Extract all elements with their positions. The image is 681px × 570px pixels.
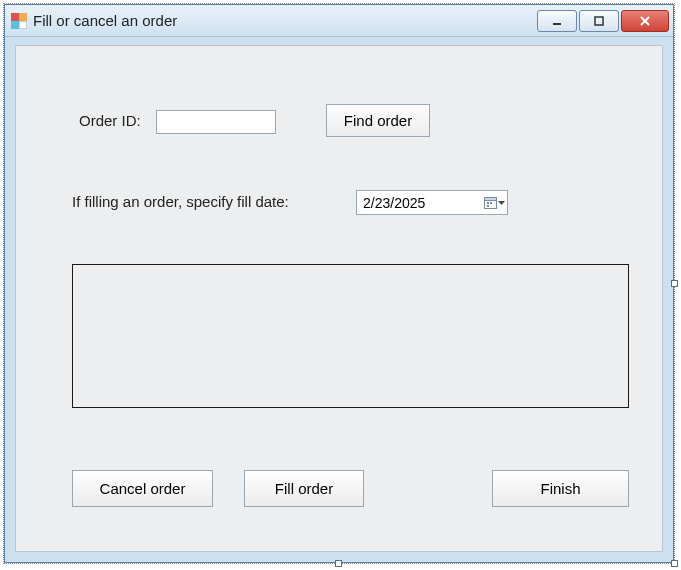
svg-rect-5 (484, 198, 496, 201)
designer-surface: Fill or cancel an order Order ID: (3, 3, 675, 564)
resize-handle-bottom[interactable] (335, 560, 342, 567)
calendar-dropdown-button[interactable] (483, 193, 505, 212)
cancel-order-button[interactable]: Cancel order (72, 470, 213, 507)
close-icon (638, 15, 652, 27)
svg-rect-1 (595, 17, 603, 25)
window-buttons (537, 10, 669, 32)
fill-order-button[interactable]: Fill order (244, 470, 364, 507)
results-panel (72, 264, 629, 408)
minimize-icon (551, 15, 563, 27)
maximize-button[interactable] (579, 10, 619, 32)
titlebar: Fill or cancel an order (5, 5, 673, 37)
calendar-icon (484, 196, 497, 209)
client-area: Order ID: Find order If filling an order… (15, 45, 663, 552)
svg-rect-0 (553, 23, 561, 25)
resize-handle-corner[interactable] (671, 560, 678, 567)
order-id-input[interactable] (156, 110, 276, 134)
app-icon (11, 13, 27, 29)
window-frame: Fill or cancel an order Order ID: (4, 4, 674, 563)
order-id-label: Order ID: (79, 112, 141, 129)
chevron-down-icon (498, 196, 505, 209)
resize-handle-right[interactable] (671, 280, 678, 287)
svg-rect-8 (487, 205, 489, 207)
window-title: Fill or cancel an order (33, 12, 531, 29)
maximize-icon (593, 15, 605, 27)
minimize-button[interactable] (537, 10, 577, 32)
finish-button[interactable]: Finish (492, 470, 629, 507)
svg-rect-7 (490, 202, 492, 204)
fill-date-picker[interactable]: 2/23/2025 (356, 190, 508, 215)
find-order-button[interactable]: Find order (326, 104, 430, 137)
fill-date-label: If filling an order, specify fill date: (72, 193, 289, 210)
svg-marker-9 (498, 201, 505, 205)
fill-date-value: 2/23/2025 (363, 195, 479, 211)
close-button[interactable] (621, 10, 669, 32)
svg-rect-6 (487, 202, 489, 204)
